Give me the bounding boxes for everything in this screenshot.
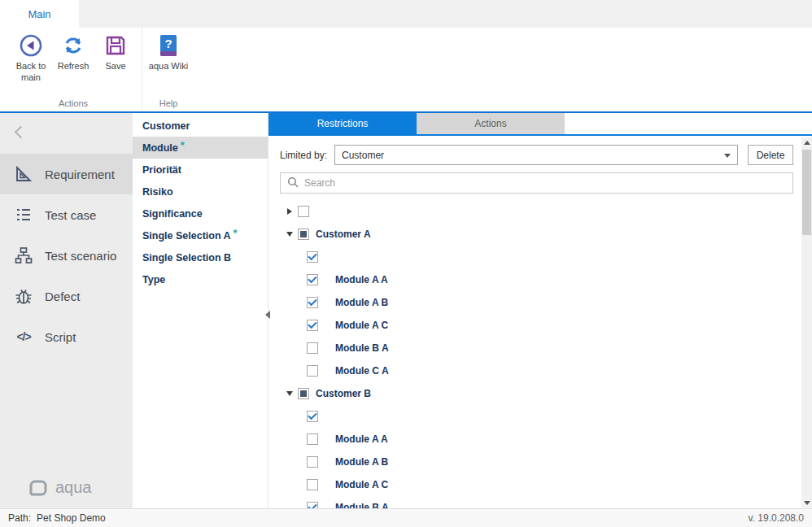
main-panel: Restrictions Actions Limited by: Custome… bbox=[268, 113, 812, 508]
collapse-panel-icon[interactable] bbox=[265, 311, 270, 319]
restriction-tree: Customer AModule A AModule A BModule A C… bbox=[280, 200, 793, 508]
tree-row[interactable]: Module B A bbox=[280, 337, 793, 359]
scroll-down-icon[interactable] bbox=[801, 498, 812, 508]
tree-checkbox[interactable] bbox=[307, 274, 318, 285]
main-tabs: Restrictions Actions bbox=[268, 113, 812, 136]
tree-row[interactable] bbox=[280, 200, 793, 223]
tree-row[interactable] bbox=[280, 246, 793, 268]
refresh-button[interactable]: Refresh bbox=[52, 29, 94, 72]
tree-checkbox[interactable] bbox=[307, 433, 318, 445]
sidebar-item-label: Test scenario bbox=[45, 249, 116, 263]
collapse-node-icon[interactable] bbox=[283, 228, 296, 241]
ribbon: Back to main Refresh Save Actions ? bbox=[0, 28, 812, 113]
path-label: Path: bbox=[8, 512, 31, 524]
sidebar-item-defect[interactable]: Defect bbox=[0, 276, 133, 316]
tree-checkbox[interactable] bbox=[307, 342, 318, 354]
required-marker: * bbox=[234, 227, 238, 239]
tree-item-label: Module A C bbox=[335, 479, 388, 490]
ribbon-tab-main[interactable]: Main bbox=[0, 0, 79, 28]
field-item-label: Customer bbox=[142, 120, 190, 132]
delete-button[interactable]: Delete bbox=[748, 145, 793, 165]
sidebar-item-test-case[interactable]: Test case bbox=[0, 194, 133, 235]
sidebar-item-label: Requirement bbox=[45, 168, 115, 181]
tree-checkbox[interactable] bbox=[298, 229, 309, 240]
expand-node-icon[interactable] bbox=[283, 205, 296, 218]
field-item[interactable]: Single Selection A* bbox=[133, 224, 268, 246]
tree-row[interactable]: Module C A bbox=[280, 359, 793, 382]
tree-item-label: Module A C bbox=[335, 320, 388, 331]
save-label: Save bbox=[105, 61, 125, 72]
fields-list: CustomerModule*PrioritätRisikoSignifican… bbox=[133, 113, 268, 508]
tab-actions[interactable]: Actions bbox=[417, 113, 565, 134]
tree-item-label: Customer A bbox=[316, 229, 371, 240]
limited-by-label: Limited by: bbox=[280, 150, 327, 161]
tree-item-label: Module A B bbox=[335, 456, 388, 468]
scrollbar-thumb[interactable] bbox=[802, 150, 811, 235]
tree-checkbox[interactable] bbox=[307, 320, 318, 331]
field-item-label: Type bbox=[142, 274, 165, 285]
sidebar-item-label: Script bbox=[45, 330, 76, 344]
restrictions-body: Limited by: Customer Delete Customer AMo… bbox=[268, 137, 801, 508]
sidebar-item-label: Defect bbox=[45, 290, 80, 303]
tree-row[interactable]: Module A C bbox=[280, 314, 793, 337]
vertical-scrollbar[interactable] bbox=[801, 137, 812, 508]
tree-checkbox[interactable] bbox=[307, 479, 318, 490]
tree-row[interactable] bbox=[280, 405, 793, 428]
collapse-sidebar-icon[interactable] bbox=[15, 126, 26, 137]
tree-item-label: Module A A bbox=[335, 433, 388, 445]
defect-bug-icon bbox=[13, 285, 34, 307]
wiki-icon: ? bbox=[155, 33, 181, 59]
tree-checkbox[interactable] bbox=[307, 456, 318, 468]
tree-row[interactable]: Module A C bbox=[280, 473, 793, 496]
tree-row[interactable]: Customer B bbox=[280, 382, 793, 405]
tree-checkbox[interactable] bbox=[307, 365, 318, 377]
tree-checkbox[interactable] bbox=[298, 388, 309, 399]
tree-checkbox[interactable] bbox=[298, 206, 309, 217]
path-value: Pet Shop Demo bbox=[37, 512, 106, 524]
field-item-label: Single Selection A bbox=[142, 230, 231, 242]
field-item[interactable]: Module* bbox=[133, 137, 268, 159]
tree-checkbox[interactable] bbox=[307, 411, 318, 422]
sidebar-item-script[interactable]: </> Script bbox=[0, 316, 133, 357]
limited-by-dropdown[interactable]: Customer bbox=[334, 145, 738, 165]
field-item[interactable]: Type bbox=[133, 268, 268, 290]
back-to-main-button[interactable]: Back to main bbox=[10, 29, 52, 84]
save-button[interactable]: Save bbox=[94, 29, 137, 72]
sidebar: Requirement Test case Test scenario Defe… bbox=[0, 113, 133, 508]
tree-item-label: Module B A bbox=[335, 502, 389, 508]
ribbon-group-actions: Back to main Refresh Save Actions bbox=[5, 28, 142, 111]
tree-row[interactable]: Customer A bbox=[280, 223, 793, 246]
aqua-logo-icon bbox=[28, 479, 49, 497]
tree-checkbox[interactable] bbox=[307, 502, 318, 508]
ribbon-tabstrip: Main bbox=[0, 0, 812, 28]
field-item-label: Priorität bbox=[142, 164, 181, 176]
tree-checkbox[interactable] bbox=[307, 251, 318, 263]
search-input[interactable] bbox=[304, 177, 786, 189]
scroll-up-icon[interactable] bbox=[801, 137, 812, 148]
collapse-node-icon[interactable] bbox=[283, 387, 296, 400]
status-bar: Path: Pet Shop Demo v. 19.0.208.0 bbox=[0, 508, 812, 527]
tree-row[interactable]: Module A A bbox=[280, 428, 793, 451]
tree-item-label: Module A A bbox=[335, 274, 388, 285]
tree-row[interactable]: Module B A bbox=[280, 496, 793, 508]
tree-row[interactable]: Module A B bbox=[280, 291, 793, 314]
back-to-main-label: Back to main bbox=[10, 61, 52, 84]
tree-row[interactable]: Module A A bbox=[280, 268, 793, 291]
requirement-icon bbox=[13, 163, 34, 185]
field-item-label: Risiko bbox=[142, 186, 173, 198]
script-code-icon: </> bbox=[13, 326, 34, 347]
field-item[interactable]: Priorität bbox=[133, 159, 268, 181]
tree-item-label: Module A B bbox=[335, 297, 388, 308]
field-item[interactable]: Significance bbox=[133, 203, 268, 224]
tree-row[interactable]: Module A B bbox=[280, 451, 793, 473]
limited-by-value: Customer bbox=[342, 150, 384, 161]
field-item[interactable]: Risiko bbox=[133, 181, 268, 203]
field-item[interactable]: Customer bbox=[133, 115, 268, 137]
tree-checkbox[interactable] bbox=[307, 297, 318, 308]
aqua-wiki-button[interactable]: ? aqua Wiki bbox=[147, 29, 190, 72]
tab-restrictions[interactable]: Restrictions bbox=[268, 113, 417, 134]
field-item[interactable]: Single Selection B bbox=[133, 246, 268, 268]
sidebar-item-test-scenario[interactable]: Test scenario bbox=[0, 235, 133, 276]
sidebar-item-requirement[interactable]: Requirement bbox=[0, 154, 133, 194]
save-icon bbox=[103, 33, 129, 59]
